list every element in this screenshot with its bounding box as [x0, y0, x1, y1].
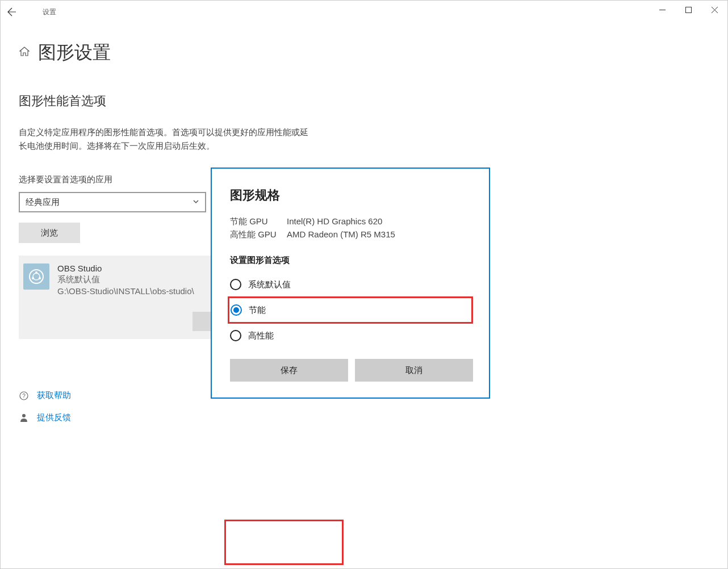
radio-label: 高性能 — [248, 330, 274, 341]
radio-system-default[interactable]: 系统默认值 — [230, 274, 473, 295]
high-perf-gpu-value: AMD Radeon (TM) R5 M315 — [287, 229, 395, 240]
radio-circle-icon — [231, 304, 242, 316]
feedback-icon — [19, 413, 29, 423]
dialog-title: 图形规格 — [230, 187, 473, 204]
feedback-link[interactable]: 提供反馈 — [19, 412, 709, 423]
help-icon: ? — [19, 391, 29, 401]
maximize-icon — [685, 7, 692, 13]
window-controls — [649, 1, 727, 19]
radio-power-save[interactable]: 节能 — [231, 299, 443, 321]
browse-button[interactable]: 浏览 — [19, 223, 80, 243]
cancel-button[interactable]: 取消 — [355, 359, 473, 382]
arrow-left-icon — [7, 7, 16, 16]
back-button[interactable] — [1, 1, 23, 23]
save-button[interactable]: 保存 — [230, 359, 348, 382]
svg-point-3 — [33, 273, 40, 280]
close-icon — [712, 7, 718, 13]
feedback-text: 提供反馈 — [37, 412, 71, 423]
radio-high-performance[interactable]: 高性能 — [230, 325, 473, 346]
app-icon — [23, 263, 49, 290]
highlight-annotation — [224, 520, 344, 565]
radio-label: 系统默认值 — [248, 279, 291, 290]
svg-point-6 — [32, 277, 34, 279]
svg-point-4 — [35, 271, 37, 274]
radio-label: 节能 — [249, 305, 266, 316]
page-header: 图形设置 — [19, 40, 709, 65]
description: 自定义特定应用程序的图形性能首选项。首选项可以提供更好的应用性能或延长电池使用时… — [19, 125, 314, 153]
power-save-gpu-label: 节能 GPU — [230, 216, 287, 227]
window-title: 设置 — [43, 7, 56, 17]
dropdown-value: 经典应用 — [26, 197, 60, 208]
app-type-dropdown[interactable]: 经典应用 — [19, 192, 206, 212]
radio-group: 系统默认值 节能 高性能 — [230, 274, 473, 346]
chevron-down-icon — [193, 197, 199, 207]
minimize-button[interactable] — [649, 1, 675, 19]
minimize-icon — [659, 7, 666, 13]
graphics-spec-dialog: 图形规格 节能 GPU Intel(R) HD Graphics 620 高性能… — [211, 168, 490, 399]
svg-text:?: ? — [22, 393, 26, 399]
svg-point-9 — [22, 414, 26, 417]
close-button[interactable] — [701, 1, 727, 19]
maximize-button[interactable] — [675, 1, 701, 19]
page-title: 图形设置 — [38, 40, 111, 65]
dialog-buttons: 保存 取消 — [230, 359, 473, 382]
high-perf-gpu-row: 高性能 GPU AMD Radeon (TM) R5 M315 — [230, 229, 473, 240]
power-save-gpu-row: 节能 GPU Intel(R) HD Graphics 620 — [230, 216, 473, 227]
highlight-annotation: 节能 — [228, 296, 473, 324]
titlebar: 设置 — [1, 1, 727, 23]
help-text: 获取帮助 — [37, 390, 71, 401]
power-save-gpu-value: Intel(R) HD Graphics 620 — [287, 216, 382, 227]
radio-circle-icon — [230, 330, 241, 341]
home-icon[interactable] — [19, 46, 30, 60]
section-title: 图形性能首选项 — [19, 93, 709, 110]
dialog-subtitle: 设置图形首选项 — [230, 255, 473, 266]
svg-point-5 — [39, 277, 41, 279]
radio-circle-icon — [230, 279, 241, 290]
svg-rect-1 — [685, 7, 691, 12]
high-perf-gpu-label: 高性能 GPU — [230, 229, 287, 240]
